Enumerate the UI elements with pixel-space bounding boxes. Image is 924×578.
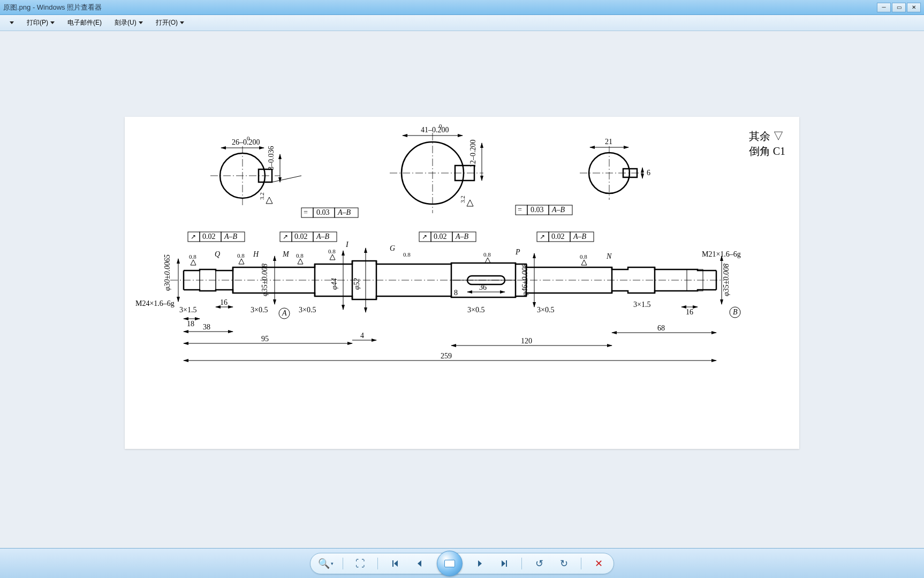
image-viewport[interactable]: 其余 ▽ 倒角 C1 26–0: [0, 31, 924, 548]
svg-text:=: =: [304, 208, 308, 216]
svg-text:68: 68: [657, 324, 665, 332]
bottom-toolbar-panel: 🔍 ▾ ⛶ ↺ ↻ ✕: [0, 548, 924, 578]
fit-button[interactable]: ⛶: [353, 556, 368, 571]
svg-text:6: 6: [647, 169, 650, 177]
slideshow-icon: [444, 560, 455, 567]
svg-text:3×0.5: 3×0.5: [299, 306, 316, 314]
svg-text:0.03: 0.03: [531, 206, 544, 214]
svg-text:3×1.5: 3×1.5: [179, 306, 196, 314]
svg-text:95: 95: [261, 335, 269, 343]
menu-label: 刻录(U): [115, 18, 137, 27]
svg-text:12–0.200: 12–0.200: [469, 140, 477, 168]
svg-text:↗: ↗: [540, 233, 545, 241]
fit-icon: ⛶: [355, 559, 365, 568]
separator: [377, 558, 378, 569]
svg-text:M24×1.6–6g: M24×1.6–6g: [135, 299, 175, 307]
menu-label: 打印(P): [27, 18, 48, 27]
svg-text:A–B: A–B: [551, 206, 565, 214]
chevron-down-icon: [50, 21, 55, 24]
note-line: 其余 ▽: [749, 129, 785, 144]
svg-text:16: 16: [220, 298, 228, 306]
svg-text:0.02: 0.02: [434, 232, 447, 241]
svg-text:0.02: 0.02: [294, 232, 308, 241]
svg-text:A: A: [282, 309, 287, 317]
svg-text:4: 4: [360, 332, 364, 340]
svg-text:3.2: 3.2: [459, 196, 466, 203]
svg-text:0.8: 0.8: [483, 251, 491, 258]
svg-text:φ44: φ44: [330, 278, 338, 290]
next-icon: [475, 559, 484, 568]
svg-text:21: 21: [605, 138, 612, 146]
next-button[interactable]: [472, 556, 487, 571]
svg-text:=: =: [518, 206, 522, 214]
svg-text:8: 8: [454, 289, 458, 297]
minimize-button[interactable]: ─: [877, 3, 891, 12]
svg-text:0.8: 0.8: [189, 253, 196, 260]
svg-text:G: G: [390, 244, 395, 252]
svg-text:φ35±0.008: φ35±0.008: [261, 264, 269, 296]
menu-bar: 打印(P) 电子邮件(E) 刻录(U) 打开(O): [0, 15, 924, 31]
rotate-cw-icon: ↻: [560, 559, 568, 568]
svg-text:H: H: [253, 250, 259, 258]
svg-text:0.8: 0.8: [237, 252, 245, 259]
menu-item-file[interactable]: [2, 19, 19, 26]
svg-text:0.8: 0.8: [403, 251, 411, 258]
prev-button[interactable]: [412, 556, 427, 571]
svg-text:3×0.5: 3×0.5: [537, 306, 554, 314]
chevron-down-icon: [139, 21, 143, 24]
viewer-toolbar: 🔍 ▾ ⛶ ↺ ↻ ✕: [310, 553, 614, 574]
menu-label: 电子邮件(E): [67, 18, 102, 27]
svg-text:A–B: A–B: [455, 232, 469, 241]
chevron-down-icon: [10, 21, 14, 24]
svg-text:φ35±0.008: φ35±0.008: [722, 264, 730, 296]
magnifier-icon: 🔍: [318, 559, 330, 568]
maximize-button[interactable]: ▭: [892, 3, 906, 12]
menu-item-open[interactable]: 打开(O): [150, 16, 190, 29]
svg-text:120: 120: [521, 337, 532, 345]
svg-text:N: N: [606, 252, 612, 260]
svg-text:3×0.5: 3×0.5: [467, 306, 484, 314]
zoom-button[interactable]: 🔍 ▾: [318, 556, 333, 571]
svg-text:A–B: A–B: [337, 208, 351, 216]
menu-item-print[interactable]: 打印(P): [21, 16, 60, 29]
rotate-cw-button[interactable]: ↻: [556, 556, 571, 571]
menu-item-email[interactable]: 电子邮件(E): [62, 16, 107, 29]
svg-text:16: 16: [686, 308, 693, 316]
skip-next-icon: [500, 559, 509, 568]
svg-text:0.8: 0.8: [580, 253, 587, 260]
svg-text:B: B: [733, 308, 738, 316]
svg-text:8–0.036: 8–0.036: [267, 146, 275, 171]
chevron-down-icon: [180, 21, 184, 24]
menu-item-burn[interactable]: 刻录(U): [109, 16, 148, 29]
note-line: 倒角 C1: [749, 144, 785, 159]
svg-text:3×1.5: 3×1.5: [633, 301, 650, 309]
svg-text:0.02: 0.02: [202, 232, 216, 241]
svg-line-15: [272, 176, 301, 182]
svg-text:0.02: 0.02: [551, 232, 565, 241]
svg-text:0: 0: [439, 123, 442, 129]
first-button[interactable]: [388, 556, 403, 571]
svg-text:0.8: 0.8: [296, 252, 304, 259]
drawing-note: 其余 ▽ 倒角 C1: [749, 129, 785, 159]
window-title: 原图.png - Windows 照片查看器: [3, 3, 877, 12]
svg-text:φ46±0.008: φ46±0.008: [521, 264, 529, 296]
svg-text:φ52: φ52: [353, 278, 361, 290]
svg-text:Q: Q: [215, 250, 220, 258]
title-bar: 原图.png - Windows 照片查看器 ─ ▭ ✕: [0, 0, 924, 15]
close-button[interactable]: ✕: [907, 3, 921, 12]
svg-text:18: 18: [187, 320, 194, 328]
last-button[interactable]: [497, 556, 512, 571]
svg-text:0.03: 0.03: [316, 208, 330, 216]
svg-text:0: 0: [247, 135, 250, 141]
rotate-ccw-button[interactable]: ↺: [532, 556, 547, 571]
slideshow-button[interactable]: [437, 551, 463, 576]
svg-text:0.8: 0.8: [328, 248, 336, 254]
svg-text:M: M: [282, 250, 290, 258]
prev-icon: [415, 559, 424, 568]
svg-text:P: P: [515, 248, 520, 256]
delete-button[interactable]: ✕: [591, 556, 606, 571]
separator: [343, 558, 343, 569]
rotate-ccw-icon: ↺: [535, 559, 543, 568]
svg-text:↗: ↗: [191, 233, 196, 241]
drawing-svg: 26–0.200 0 8–0.036 3.2 = 0.03 A–B: [125, 117, 799, 449]
